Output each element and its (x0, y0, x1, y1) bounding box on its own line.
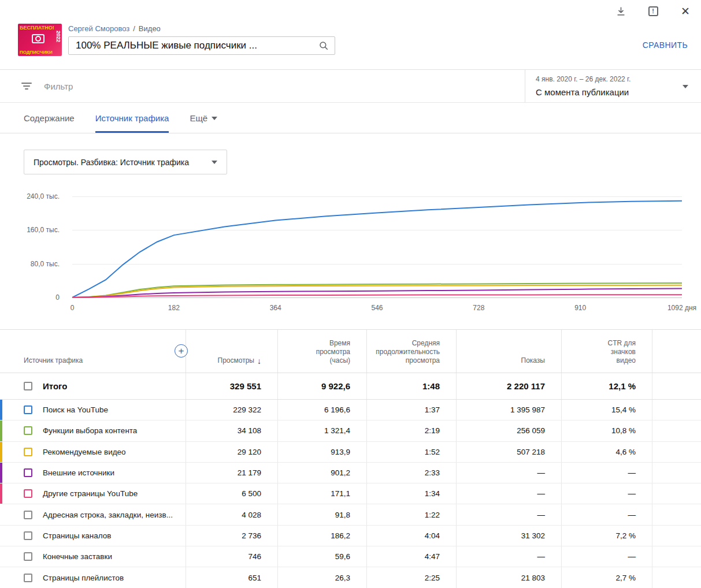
video-thumbnail[interactable]: БЕСПЛАТНО! 2022 ПОДПИСЧИКИ (18, 24, 62, 56)
filter-button[interactable]: Фильтр (21, 70, 73, 102)
thumbnail-text-year: 2022 (55, 31, 61, 42)
table-row[interactable]: Конечные заставки 746 59,6 4:47 — — (0, 546, 701, 567)
row-label: Итого (43, 381, 67, 391)
series-color-bar (0, 420, 2, 441)
ctr-cell: 10,8 % (561, 420, 652, 441)
filter-icon (21, 83, 32, 90)
x-tick-label: 1092 дня (667, 304, 696, 312)
table-row[interactable]: Другие страницы YouTube 6 500 171,1 1:34… (0, 483, 701, 504)
sort-desc-icon: ↓ (257, 357, 261, 365)
col-header-ctr[interactable]: CTR для значков видео (561, 330, 652, 373)
close-glyph: ✕ (681, 6, 690, 17)
table-row-total[interactable]: Итого 329 551 9 922,6 1:48 2 220 117 12,… (0, 373, 701, 400)
gridline (72, 297, 682, 298)
chart-y-labels: 240,0 тыс.160,0 тыс.80,0 тыс.0 (0, 196, 60, 297)
col-header-views[interactable]: Просмотры ↓ (186, 330, 277, 373)
download-icon[interactable] (614, 5, 627, 17)
row-label: Функции выбора контента (43, 426, 137, 435)
date-period-text: С момента публикации (536, 87, 676, 97)
col-header-watch-time[interactable]: Время просмотра (часы) (277, 330, 366, 373)
table-row[interactable]: Адресная строка, закладки, неизв... 4 02… (0, 504, 701, 525)
watch-time-cell: 1 321,4 (277, 420, 366, 441)
row-checkbox[interactable] (24, 574, 32, 582)
row-checkbox[interactable] (24, 382, 32, 390)
header-spacer (652, 330, 701, 373)
row-spacer (652, 420, 701, 441)
tab-traffic-source[interactable]: Источник трафика (95, 103, 169, 133)
breadcrumb-section: Видео (139, 24, 161, 33)
feedback-icon[interactable]: ! (647, 5, 659, 17)
col-header-avg-duration[interactable]: Средняя продолжительность просмотра (366, 330, 456, 373)
views-cell: 21 179 (186, 463, 277, 483)
row-spacer (652, 567, 701, 587)
breadcrumb-channel-link[interactable]: Сергей Сморовоз (68, 24, 129, 33)
row-checkbox[interactable] (24, 426, 32, 435)
ctr-cell: 7,2 % (561, 526, 652, 546)
table-row[interactable]: Поиск на YouTube 229 322 6 196,6 1:37 1 … (0, 400, 701, 420)
chart-plot (72, 196, 682, 297)
filter-bar: Фильтр 4 янв. 2020 г. – 26 дек. 2022 г. … (0, 69, 701, 103)
impressions-cell: 1 395 987 (456, 400, 561, 420)
x-tick-label: 728 (473, 304, 484, 312)
window-toolbar: ! ✕ (614, 3, 692, 18)
chart-section: Просмотры. Разбивка: Источник трафика 24… (0, 134, 701, 329)
compare-button[interactable]: СРАВНИТЬ (643, 40, 688, 50)
impressions-cell: — (456, 504, 561, 524)
table-row[interactable]: Страницы каналов 2 736 186,2 4:04 31 302… (0, 526, 701, 546)
watch-time-cell: 26,3 (277, 567, 366, 587)
row-checkbox[interactable] (24, 531, 32, 540)
ctr-cell: 12,1 % (561, 373, 652, 399)
row-spacer (652, 483, 701, 504)
views-cell: 229 322 (186, 400, 277, 420)
watch-time-cell: 9 922,6 (277, 373, 366, 399)
metric-select-value: Просмотры. Разбивка: Источник трафика (34, 158, 189, 167)
row-label: Страницы плейлистов (43, 574, 124, 582)
tab-more[interactable]: Ещё (190, 103, 217, 133)
col-header-impressions[interactable]: Показы (456, 330, 561, 373)
impressions-cell: 256 059 (456, 420, 561, 441)
row-checkbox[interactable] (24, 448, 32, 456)
y-tick-label: 80,0 тыс. (31, 260, 60, 268)
row-checkbox[interactable] (24, 489, 32, 498)
row-spacer (652, 546, 701, 567)
close-icon[interactable]: ✕ (679, 5, 692, 17)
row-checkbox[interactable] (24, 511, 32, 519)
avg-duration-cell: 1:22 (366, 504, 456, 524)
traffic-source-table: Источник трафика + Просмотры ↓ Время про… (0, 329, 701, 588)
y-tick-label: 240,0 тыс. (27, 192, 60, 200)
search-icon[interactable] (318, 40, 329, 51)
y-tick-label: 0 (55, 293, 60, 302)
views-cell: 2 736 (186, 526, 277, 546)
breadcrumb: Сергей Сморовоз / Видео (68, 24, 161, 33)
row-spacer (652, 400, 701, 420)
camera-icon (32, 34, 44, 43)
tab-content[interactable]: Содержание (24, 103, 75, 133)
date-range-selector[interactable]: 4 янв. 2020 г. – 26 дек. 2022 г. С момен… (525, 70, 701, 102)
analytics-tabs: Содержание Источник трафика Ещё (0, 103, 701, 133)
impressions-cell: 2 220 117 (456, 373, 561, 399)
x-tick-label: 910 (574, 304, 586, 312)
y-tick-label: 160,0 тыс. (27, 226, 60, 234)
row-checkbox[interactable] (24, 468, 32, 477)
row-spacer (652, 442, 701, 462)
video-search-input[interactable] (76, 40, 318, 51)
row-label: Поиск на YouTube (43, 405, 108, 414)
video-search-box[interactable] (68, 36, 335, 55)
watch-time-cell: 901,2 (277, 463, 366, 483)
table-row[interactable]: Рекомендуемые видео 29 120 913,9 1:52 50… (0, 442, 701, 463)
row-spacer (652, 504, 701, 524)
avg-duration-cell: 1:48 (366, 373, 456, 399)
table-row[interactable]: Функции выбора контента 34 108 1 321,4 2… (0, 420, 701, 441)
watch-time-cell: 186,2 (277, 526, 366, 546)
table-row[interactable]: Страницы плейлистов 651 26,3 2:25 21 803… (0, 567, 701, 588)
add-metric-button[interactable]: + (175, 344, 188, 358)
row-checkbox[interactable] (24, 405, 32, 414)
row-spacer (652, 373, 701, 399)
metric-breakdown-select[interactable]: Просмотры. Разбивка: Источник трафика (24, 150, 227, 174)
impressions-cell: 21 803 (456, 567, 561, 587)
avg-duration-cell: 4:04 (366, 526, 456, 546)
table-row[interactable]: Внешние источники 21 179 901,2 2:33 — — (0, 463, 701, 483)
avg-duration-cell: 4:47 (366, 546, 456, 567)
watch-time-cell: 171,1 (277, 483, 366, 504)
row-checkbox[interactable] (24, 552, 32, 561)
